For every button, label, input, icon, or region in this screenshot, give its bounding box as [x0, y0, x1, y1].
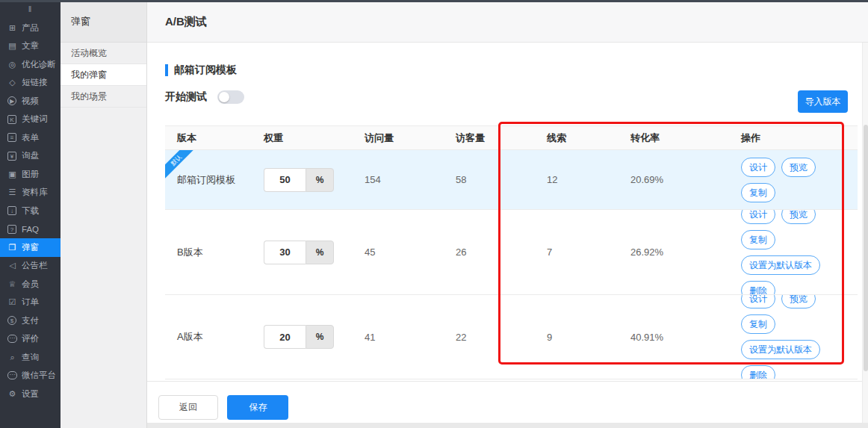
library-icon: ☰	[7, 187, 18, 197]
sidebar-item-payment[interactable]: $支付	[0, 311, 61, 330]
sidebar-item-form[interactable]: ≡表单	[0, 128, 61, 147]
action-button[interactable]: 设置为默认版本	[741, 340, 820, 359]
sidebar-item-video-play[interactable]: ▶视频	[0, 92, 61, 111]
sidebar-item-article[interactable]: ▤文章	[0, 37, 61, 56]
weight-input[interactable]	[264, 241, 306, 264]
column-header: 访客量	[444, 131, 535, 145]
leads-cell: 7	[535, 246, 619, 258]
table-row: 默认邮箱订阅模板%154581220.69%设计预览复制	[165, 150, 858, 210]
secondary-sidebar: 弹窗 活动概览我的弹窗我的场景	[61, 0, 147, 428]
percent-addon: %	[306, 168, 334, 192]
weight-input-group: %	[264, 241, 334, 264]
sidebar-item-announcement[interactable]: ◁公告栏	[0, 257, 61, 276]
sidebar-item-library[interactable]: ☰资料库	[0, 184, 61, 202]
footer-bar: 返回 保存	[147, 381, 868, 423]
version-name: 邮箱订阅模板	[177, 174, 235, 185]
version-cell: 邮箱订阅模板	[165, 173, 252, 187]
action-button[interactable]: 设计	[741, 210, 775, 224]
sidebar-item-settings-gear[interactable]: ⚙设置	[0, 385, 61, 403]
toggle-knob	[219, 92, 229, 102]
conversion-cell: 26.92%	[619, 246, 716, 258]
section-accent-bar	[165, 64, 168, 76]
sidebar-item-gallery[interactable]: ▣图册	[0, 165, 61, 184]
column-header: 权重	[252, 131, 353, 145]
weight-cell: %	[252, 168, 353, 192]
column-header: 操作	[716, 131, 858, 145]
sidebar-item-wechat[interactable]: ⋯微信平台	[0, 367, 61, 385]
review-bubble-icon: ⋯	[7, 335, 17, 343]
sidebar-item-popup[interactable]: ❐弹窗	[0, 238, 61, 257]
test-controls: 开始测试	[165, 85, 868, 109]
weight-input[interactable]	[264, 168, 306, 192]
announcement-icon: ◁	[7, 261, 18, 270]
sidebar-item-review-bubble[interactable]: ⋯评价	[0, 330, 61, 349]
vertical-scrollbar[interactable]	[862, 43, 868, 423]
save-button[interactable]: 保存	[227, 395, 288, 420]
sidebar-item-label: FAQ	[22, 225, 39, 234]
subsidebar-item[interactable]: 活动概览	[61, 43, 146, 64]
sidebar-collapse-icon[interactable]: ‖	[0, 0, 61, 17]
table-body: 默认邮箱订阅模板%154581220.69%设计预览复制B版本%4526726.…	[165, 150, 858, 379]
action-button[interactable]: 删除	[741, 281, 775, 296]
weight-input[interactable]	[264, 325, 306, 349]
sidebar-item-download[interactable]: ↓下载	[0, 202, 61, 220]
action-button[interactable]: 设计	[741, 295, 775, 308]
action-button[interactable]: 设计	[741, 158, 775, 177]
popup-icon: ❐	[7, 243, 18, 252]
keyword-icon: K	[7, 115, 16, 124]
action-button[interactable]: 复制	[741, 230, 775, 249]
action-button[interactable]: 复制	[741, 183, 775, 202]
action-button[interactable]: 设置为默认版本	[741, 255, 820, 275]
action-button[interactable]: 预览	[781, 295, 816, 308]
sidebar-item-label: 微信平台	[22, 370, 56, 381]
version-cell: B版本	[165, 246, 252, 259]
main-panel: A/B测试 邮箱订阅模板 开始测试 版本权重访问量访客量线索转化率操作 默认邮箱…	[147, 0, 868, 428]
sidebar-item-order[interactable]: ☑订单	[0, 294, 61, 312]
action-buttons: 设计预览复制设置为默认版本删除	[741, 295, 825, 379]
percent-addon: %	[306, 241, 334, 264]
sidebar-item-products-grid[interactable]: ⊞产品	[0, 19, 61, 37]
diagnosis-icon: ◎	[7, 60, 18, 69]
sidebar-item-faq[interactable]: ?FAQ	[0, 220, 61, 239]
sidebar-item-member-crown[interactable]: ♕会员	[0, 275, 61, 294]
action-buttons: 设计预览复制	[741, 158, 825, 202]
sidebar-item-search[interactable]: ⌕查询	[0, 348, 61, 367]
start-test-label: 开始测试	[165, 90, 207, 104]
action-button[interactable]: 删除	[741, 365, 775, 379]
sidebar-item-label: 短链接	[22, 77, 48, 88]
secondary-sidebar-title: 弹窗	[61, 0, 146, 43]
sidebar-item-inquiry[interactable]: ¥询盘	[0, 147, 61, 166]
sidebar-item-diagnosis[interactable]: ◎优化诊断	[0, 55, 61, 74]
action-button[interactable]: 预览	[781, 158, 816, 177]
visits-cell: 45	[353, 246, 444, 258]
sidebar-item-label: 表单	[22, 132, 39, 143]
action-button[interactable]: 预览	[781, 210, 816, 224]
weight-input-group: %	[264, 325, 334, 349]
sidebar-item-label: 弹窗	[22, 242, 39, 253]
subsidebar-item[interactable]: 我的弹窗	[61, 64, 146, 86]
order-icon: ☑	[7, 297, 18, 307]
sidebar-item-label: 资料库	[22, 187, 48, 198]
main-sidebar: ‖ ⊞产品▤文章◎优化诊断◇短链接▶视频K关键词≡表单¥询盘▣图册☰资料库↓下载…	[0, 0, 61, 428]
sidebar-item-label: 支付	[22, 315, 39, 326]
sidebar-item-label: 文章	[22, 40, 39, 52]
table-row: B版本%4526726.92%设计预览复制设置为默认版本删除	[165, 210, 858, 295]
action-button[interactable]: 复制	[741, 314, 775, 334]
sidebar-item-label: 公告栏	[22, 260, 48, 271]
back-button[interactable]: 返回	[158, 395, 218, 420]
products-grid-icon: ⊞	[7, 23, 18, 33]
member-crown-icon: ♕	[7, 279, 18, 289]
faq-icon: ?	[7, 225, 16, 234]
sidebar-item-label: 视频	[22, 96, 39, 107]
column-header: 转化率	[619, 131, 716, 145]
weight-cell: %	[252, 241, 353, 264]
sidebar-item-label: 产品	[22, 22, 39, 34]
download-icon: ↓	[7, 206, 16, 215]
sidebar-item-shortlink[interactable]: ◇短链接	[0, 74, 61, 93]
scrollbar-thumb[interactable]	[864, 125, 868, 371]
import-version-button[interactable]: 导入版本	[798, 90, 848, 113]
start-test-toggle[interactable]	[217, 90, 244, 104]
sidebar-item-keyword[interactable]: K关键词	[0, 111, 61, 129]
sidebar-item-label: 会员	[22, 279, 39, 290]
subsidebar-item[interactable]: 我的场景	[61, 86, 146, 108]
